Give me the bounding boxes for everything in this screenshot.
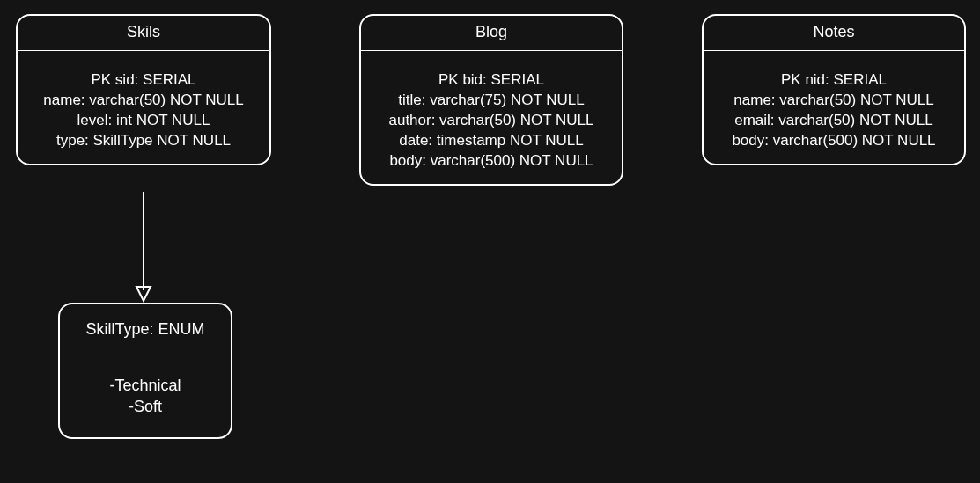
entity-skills-fields: PK sid: SERIAL name: varchar(50) NOT NUL…: [18, 51, 269, 164]
field-row: name: varchar(50) NOT NULL: [712, 91, 955, 111]
entity-blog-title: Blog: [361, 16, 622, 51]
entity-skills-title: Skils: [18, 16, 269, 51]
field-row: date: timestamp NOT NULL: [370, 131, 613, 151]
field-row: name: varchar(50) NOT NULL: [26, 91, 261, 111]
entity-blog-fields: PK bid: SERIAL title: varchar(75) NOT NU…: [361, 51, 622, 184]
enum-value: -Soft: [69, 396, 222, 417]
field-row: email: varchar(50) NOT NULL: [712, 111, 955, 131]
field-row: PK nid: SERIAL: [712, 70, 955, 91]
enum-skilltype-values: -Technical -Soft: [60, 355, 231, 437]
entity-skills: Skils PK sid: SERIAL name: varchar(50) N…: [16, 14, 271, 165]
enum-skilltype: SkillType: ENUM -Technical -Soft: [58, 303, 232, 439]
field-row: title: varchar(75) NOT NULL: [370, 91, 613, 111]
enum-value: -Technical: [69, 375, 222, 396]
field-row: PK sid: SERIAL: [26, 70, 261, 91]
entity-notes-fields: PK nid: SERIAL name: varchar(50) NOT NUL…: [704, 51, 964, 164]
relationship-arrow-icon: [132, 192, 158, 304]
enum-skilltype-title: SkillType: ENUM: [60, 304, 231, 355]
field-row: type: SkillType NOT NULL: [26, 131, 261, 151]
entity-notes-title: Notes: [704, 16, 964, 51]
field-row: level: int NOT NULL: [26, 111, 261, 131]
svg-marker-1: [136, 287, 151, 301]
field-row: body: varchar(500) NOT NULL: [370, 151, 613, 172]
entity-notes: Notes PK nid: SERIAL name: varchar(50) N…: [702, 14, 966, 165]
field-row: body: varchar(500) NOT NULL: [712, 131, 955, 151]
field-row: author: varchar(50) NOT NULL: [370, 111, 613, 131]
field-row: PK bid: SERIAL: [370, 70, 613, 91]
entity-blog: Blog PK bid: SERIAL title: varchar(75) N…: [359, 14, 623, 186]
